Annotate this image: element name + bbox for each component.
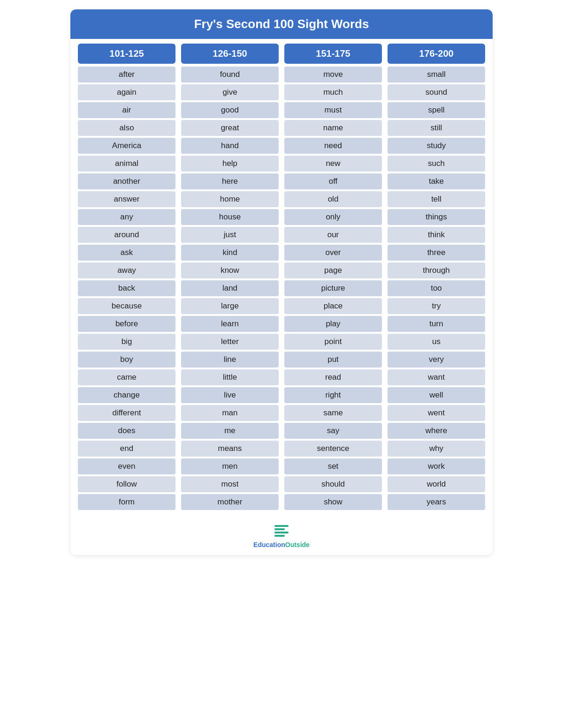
word-cell: much	[284, 84, 382, 100]
word-cell: need	[284, 138, 382, 154]
word-cell: spell	[388, 102, 485, 118]
word-cell: man	[181, 405, 279, 421]
word-cell: work	[388, 458, 485, 474]
word-cell: again	[78, 84, 175, 100]
word-cell: found	[181, 67, 279, 83]
svg-rect-1	[274, 528, 285, 530]
word-cell: home	[181, 191, 279, 207]
svg-rect-2	[274, 532, 289, 533]
word-cell: good	[181, 102, 279, 118]
word-cell: house	[181, 209, 279, 225]
word-cell: around	[78, 227, 175, 243]
word-cell: help	[181, 156, 279, 172]
word-cell: why	[388, 441, 485, 457]
word-cell: only	[284, 209, 382, 225]
word-cell: name	[284, 120, 382, 136]
column-1: 101-125afteragainairalsoAmericaanimalano…	[78, 39, 175, 512]
education-outside-icon	[273, 524, 290, 539]
word-cell: take	[388, 173, 485, 189]
word-cell: through	[388, 263, 485, 278]
word-cell: air	[78, 102, 175, 118]
word-cell: another	[78, 173, 175, 189]
word-cell: think	[388, 227, 485, 243]
word-cell: things	[388, 209, 485, 225]
word-cell: mother	[181, 494, 279, 510]
word-cell: learn	[181, 316, 279, 332]
word-cell: after	[78, 67, 175, 83]
word-cell: different	[78, 405, 175, 421]
word-cell: give	[181, 84, 279, 100]
word-cell: change	[78, 387, 175, 403]
word-cell: right	[284, 387, 382, 403]
word-cell: ask	[78, 245, 175, 261]
column-header-2: 126-150	[181, 44, 279, 64]
word-cell: should	[284, 476, 382, 492]
word-cell: point	[284, 334, 382, 350]
word-cell: place	[284, 298, 382, 314]
word-cell: play	[284, 316, 382, 332]
word-cell: sound	[388, 84, 485, 100]
word-cell: still	[388, 120, 485, 136]
word-cell: answer	[78, 191, 175, 207]
word-cell: men	[181, 458, 279, 474]
word-cell: same	[284, 405, 382, 421]
word-cell: land	[181, 280, 279, 296]
word-cell: America	[78, 138, 175, 154]
word-cell: world	[388, 476, 485, 492]
word-cell: also	[78, 120, 175, 136]
word-cell: show	[284, 494, 382, 510]
column-3: 151-175movemuchmustnameneednewoffoldonly…	[284, 39, 382, 512]
word-cell: well	[388, 387, 485, 403]
footer-brand-highlight: Outside	[285, 541, 310, 548]
column-2: 126-150foundgivegoodgreathandhelpherehom…	[181, 39, 279, 512]
word-cell: me	[181, 423, 279, 439]
column-4: 176-200smallsoundspellstillstudysuchtake…	[388, 39, 485, 512]
word-cell: read	[284, 369, 382, 385]
word-cell: too	[388, 280, 485, 296]
word-cell: kind	[181, 245, 279, 261]
word-cell: big	[78, 334, 175, 350]
column-header-1: 101-125	[78, 44, 175, 64]
word-cell: boy	[78, 352, 175, 368]
word-cell: try	[388, 298, 485, 314]
word-cell: study	[388, 138, 485, 154]
column-header-4: 176-200	[388, 44, 485, 64]
word-cell: page	[284, 263, 382, 278]
word-cell: where	[388, 423, 485, 439]
word-cell: want	[388, 369, 485, 385]
word-cell: tell	[388, 191, 485, 207]
word-cell: put	[284, 352, 382, 368]
word-cell: years	[388, 494, 485, 510]
word-cell: came	[78, 369, 175, 385]
word-cell: letter	[181, 334, 279, 350]
columns-container: 101-125afteragainairalsoAmericaanimalano…	[70, 39, 493, 517]
word-cell: small	[388, 67, 485, 83]
word-cell: very	[388, 352, 485, 368]
word-cell: away	[78, 263, 175, 278]
word-cell: before	[78, 316, 175, 332]
word-cell: know	[181, 263, 279, 278]
word-cell: little	[181, 369, 279, 385]
word-cell: off	[284, 173, 382, 189]
word-cell: most	[181, 476, 279, 492]
word-cell: turn	[388, 316, 485, 332]
word-cell: animal	[78, 156, 175, 172]
page-title: Fry's Second 100 Sight Words	[70, 9, 493, 39]
word-cell: picture	[284, 280, 382, 296]
word-cell: hand	[181, 138, 279, 154]
word-cell: means	[181, 441, 279, 457]
word-cell: does	[78, 423, 175, 439]
word-cell: any	[78, 209, 175, 225]
word-cell: large	[181, 298, 279, 314]
footer-brand-text: EducationOutside	[253, 541, 310, 548]
word-cell: us	[388, 334, 485, 350]
word-cell: old	[284, 191, 382, 207]
footer: EducationOutside	[70, 517, 493, 555]
word-cell: even	[78, 458, 175, 474]
word-cell: must	[284, 102, 382, 118]
word-cell: over	[284, 245, 382, 261]
word-cell: new	[284, 156, 382, 172]
word-cell: follow	[78, 476, 175, 492]
word-cell: great	[181, 120, 279, 136]
word-cell: line	[181, 352, 279, 368]
